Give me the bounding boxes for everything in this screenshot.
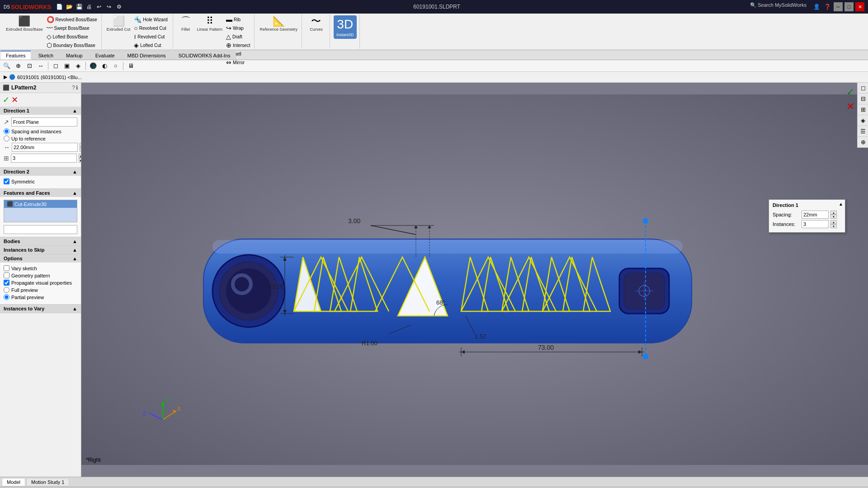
vary-sketch-label: Vary sketch [11, 266, 37, 271]
instances-vary-header[interactable]: Instances to Vary ▲ [0, 305, 81, 313]
accept-button[interactable]: ✓ [3, 95, 9, 105]
instances-skip-header[interactable]: Instances to Skip ▲ [0, 246, 81, 254]
view-btn-1[interactable]: 🔍 [2, 61, 12, 71]
rib-button[interactable]: ▬ Rib [225, 15, 251, 23]
extruded-cut-button[interactable]: ⬜ Extruded Cut [105, 15, 132, 33]
tab-addins[interactable]: SOLIDWORKS Add-Ins [173, 51, 236, 60]
settings-button[interactable]: ⚙ [114, 2, 123, 11]
tab-mbd[interactable]: MBD Dimensions [122, 51, 172, 60]
direction1-header[interactable]: Direction 1 ▲ [0, 107, 81, 115]
help-icon[interactable]: ❓ [823, 2, 832, 11]
model-tab-model[interactable]: Model [2, 478, 25, 486]
options-header[interactable]: Options ▲ [0, 254, 81, 263]
upto-reference-radio[interactable] [4, 136, 9, 141]
full-preview-radio[interactable] [4, 287, 9, 293]
save-button[interactable]: 💾 [75, 2, 84, 11]
view-btn-5[interactable]: ◻ [51, 61, 61, 71]
revolved-cut-button[interactable]: ○ Revolved Cut [132, 24, 170, 32]
vary-sketch-checkbox[interactable] [4, 265, 9, 271]
hole-wizard-button[interactable]: 🔩 Hole Wizard [132, 15, 170, 23]
reference-geometry-button[interactable]: 📐 Reference Geometry [258, 15, 299, 33]
swept-cut-button[interactable]: ≀ Revolved Cut [132, 33, 170, 41]
feature-list-item[interactable]: ⬛ Cut-Extrude30 [4, 200, 77, 208]
symmetric-checkbox[interactable] [4, 178, 9, 184]
curves-button[interactable]: 〜 Curves [307, 15, 325, 33]
view-btn-3[interactable]: ⊡ [24, 61, 34, 71]
tab-sketch[interactable]: Sketch [32, 51, 59, 60]
extruded-boss-base-button[interactable]: ⬛ Extruded Boss/Base [5, 15, 44, 33]
search-bar[interactable]: 🔍 Search MySolidWorks [750, 2, 807, 11]
redo-button[interactable]: ↪ [104, 2, 113, 11]
swept-boss-base-button[interactable]: 〰 Swept Boss/Base [45, 24, 99, 32]
swept-cut-icon: ≀ [134, 33, 136, 40]
viewport-accept-button[interactable]: ✓ [846, 86, 854, 98]
linear-pattern-button[interactable]: ⠿ Linear Pattern [196, 15, 224, 33]
maximize-button[interactable]: □ [844, 2, 854, 11]
propagate-visual-checkbox[interactable] [4, 280, 9, 286]
tab-evaluate[interactable]: Evaluate [90, 51, 121, 60]
draft-button[interactable]: △ Draft [225, 33, 251, 41]
close-button[interactable]: ✕ [855, 2, 864, 11]
callout-instances-down[interactable]: ▼ [830, 224, 837, 228]
undo-button[interactable]: ↩ [94, 2, 104, 11]
minimize-button[interactable]: ─ [834, 2, 843, 11]
callout-spacing-down[interactable]: ▼ [830, 215, 837, 219]
lofted-cut-button[interactable]: ◈ Lofted Cut [132, 41, 170, 49]
view-btn-9[interactable]: ◐ [99, 61, 109, 71]
boundary-boss-base-button[interactable]: ⬡ Boundary Boss/Base [45, 41, 99, 49]
view-btn-10[interactable]: ○ [111, 61, 121, 71]
open-button[interactable]: 📂 [65, 2, 74, 11]
viewport-cancel-button[interactable]: ✕ [846, 101, 854, 113]
fillet-button[interactable]: ⌒ Fillet [177, 15, 195, 33]
tab-markup[interactable]: Markup [60, 51, 89, 60]
callout-instances-spinner: ▲ ▼ [830, 220, 837, 228]
spacing-instances-radio[interactable] [4, 128, 9, 134]
help-question[interactable]: ? [72, 84, 75, 91]
callout-spacing-input[interactable] [802, 211, 829, 219]
geometry-pattern-checkbox[interactable] [4, 272, 9, 278]
right-icon-5[interactable]: ☰ [858, 126, 868, 137]
wrap-button[interactable]: ↪ Wrap [225, 24, 251, 32]
instances-value-input[interactable] [11, 154, 77, 163]
callout-instances-up[interactable]: ▲ [830, 220, 837, 224]
direction2-header[interactable]: Direction 2 ▲ [0, 168, 81, 176]
options-label: Options [4, 256, 23, 261]
right-icon-6[interactable]: ⊕ [858, 137, 868, 148]
spacing-value-input[interactable] [12, 143, 78, 152]
right-icon-1[interactable]: ◻ [858, 83, 868, 94]
callout-instances-input[interactable] [802, 220, 829, 228]
features-faces-header[interactable]: Features and Faces ▲ [0, 189, 81, 197]
view-btn-7[interactable]: ◈ [73, 61, 83, 71]
partial-preview-radio[interactable] [4, 294, 9, 300]
view-btn-8[interactable]: 🌑 [88, 61, 98, 71]
ribbon: ⬛ Extruded Boss/Base ⭕ Revolved Boss/Bas… [0, 14, 868, 50]
view-btn-6[interactable]: ▣ [62, 61, 72, 71]
new-button[interactable]: 📄 [55, 2, 64, 11]
tab-features[interactable]: Features [0, 51, 31, 60]
cancel-button[interactable]: ✕ [11, 95, 18, 105]
svg-text:1.57: 1.57 [475, 333, 486, 340]
view-btn-2[interactable]: ⊕ [13, 61, 23, 71]
right-icon-3[interactable]: ⊞ [858, 104, 868, 115]
right-icon-2[interactable]: ⊟ [858, 94, 868, 104]
view-btn-11[interactable]: 🖥 [126, 61, 136, 71]
linear-pattern-icon: ⠿ [206, 16, 213, 26]
user-icon[interactable]: 👤 [812, 2, 821, 11]
intersect-button[interactable]: ⊕ Intersect [225, 41, 251, 49]
feature-input-field[interactable] [4, 225, 77, 234]
callout-collapse-button[interactable]: ▲ [839, 202, 843, 206]
plane-input[interactable] [11, 117, 77, 127]
view-toolbar: 🔍 ⊕ ⊡ ↔ ◻ ▣ ◈ 🌑 ◐ ○ 🖥 [0, 60, 868, 72]
callout-spacing-up[interactable]: ▲ [830, 211, 837, 215]
instant3d-items: 3D Instant3D [334, 15, 357, 48]
model-tab-motion[interactable]: Motion Study 1 [26, 478, 69, 486]
lofted-boss-base-button[interactable]: ◇ Lofted Boss/Base [45, 33, 99, 41]
instances-value-row: ⊞ ▲ ▼ [4, 154, 77, 163]
help-info[interactable]: ℹ [76, 84, 78, 91]
right-icon-4[interactable]: ◈ [858, 115, 868, 126]
bodies-header[interactable]: Bodies ▲ [0, 237, 81, 245]
revolved-boss-base-button[interactable]: ⭕ Revolved Boss/Base [45, 15, 99, 23]
view-btn-4[interactable]: ↔ [36, 61, 46, 71]
instant3d-button[interactable]: 3D Instant3D [334, 15, 357, 39]
print-button[interactable]: 🖨 [85, 2, 94, 11]
